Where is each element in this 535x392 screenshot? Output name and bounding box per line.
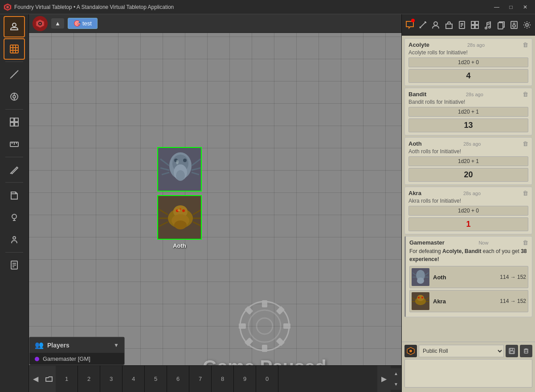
players-arrow-icon: ▼ <box>114 342 119 348</box>
chat-delete-icon[interactable]: 🗑 <box>523 41 528 48</box>
scene-list: 1 2 3 4 5 6 7 8 9 0 <box>56 366 377 392</box>
target-icon: 🎯 <box>74 20 81 27</box>
xp-value: 114 → 152 <box>500 274 526 280</box>
gm-xp-message: For defeating Acolyte, Bandit each of yo… <box>409 247 528 263</box>
chat-result: 20 <box>408 168 528 182</box>
chat-clear-button[interactable] <box>520 345 532 357</box>
tool-measure[interactable] <box>4 134 25 155</box>
rt-combat-button[interactable] <box>417 18 429 32</box>
svg-rect-4 <box>10 45 18 53</box>
rt-items-button[interactable] <box>443 18 455 32</box>
players-panel: 👥 Players ▼ Gamemaster [GM] <box>29 337 125 365</box>
chat-formula: 1d20 + 0 <box>408 206 528 216</box>
chat-timestamp: 28s ago <box>463 191 481 196</box>
scene-tab-8[interactable]: 8 <box>212 366 234 392</box>
chat-badge <box>411 19 415 22</box>
svg-rect-16 <box>10 118 14 122</box>
chat-entry-aoth: Aoth 28s ago 🗑 Aoth rolls for Initiative… <box>404 137 532 185</box>
tool-journal[interactable] <box>4 254 25 276</box>
chat-entry-gm: Gamemaster Now 🗑 For defeating Acolyte, … <box>404 236 532 317</box>
token-aoth[interactable] <box>157 147 202 192</box>
tool-target[interactable] <box>4 38 25 60</box>
svg-line-10 <box>13 74 15 75</box>
chat-timestamp: 28s ago <box>466 92 483 97</box>
svg-rect-18 <box>10 122 14 126</box>
chat-result: 13 <box>408 118 528 132</box>
scene-tab-1[interactable]: 1 <box>56 366 78 392</box>
tool-sounds[interactable] <box>4 229 25 250</box>
svg-rect-17 <box>15 118 18 122</box>
players-icon: 👥 <box>35 341 44 349</box>
tool-draw[interactable] <box>4 159 25 180</box>
gm-xp-row-akra: Akra 114 → 152 <box>409 290 528 312</box>
tool-lighting[interactable] <box>4 207 25 228</box>
chat-save-button[interactable] <box>506 345 518 357</box>
chat-text-input[interactable] <box>404 359 532 388</box>
chat-delete-icon[interactable]: 🗑 <box>523 190 528 196</box>
minimize-button[interactable]: — <box>490 3 503 12</box>
scene-tab-6[interactable]: 6 <box>167 366 189 392</box>
svg-rect-123 <box>524 350 528 353</box>
chat-delete-icon[interactable]: 🗑 <box>523 239 528 246</box>
player-name: Gamemaster [GM] <box>43 355 90 362</box>
rt-compendium-button[interactable] <box>508 18 520 32</box>
chat-entry-header: Gamemaster Now 🗑 <box>409 239 528 246</box>
chat-entry-header: Akra 28s ago 🗑 <box>408 190 528 196</box>
svg-rect-89 <box>471 21 474 24</box>
scene-folder-button[interactable] <box>42 366 56 392</box>
window-title: Foundry Virtual Tabletop • A Standalone … <box>14 4 490 10</box>
tool-control[interactable] <box>4 86 25 107</box>
scene-tab-7[interactable]: 7 <box>189 366 212 392</box>
maximize-button[interactable]: □ <box>505 3 517 12</box>
chat-delete-icon[interactable]: 🗑 <box>523 91 528 98</box>
xp-value: 114 → 152 <box>500 298 526 304</box>
rt-playlists-button[interactable] <box>482 18 494 32</box>
chat-sender-name: Akra <box>408 190 421 196</box>
close-button[interactable]: ✕ <box>519 3 531 12</box>
player-item: Gamemaster [GM] <box>29 353 124 365</box>
rt-journal-button[interactable] <box>456 18 468 32</box>
tool-notes[interactable] <box>4 184 25 206</box>
scene-tab-0[interactable]: 0 <box>256 366 278 392</box>
canvas-area[interactable]: ▲ 🎯 test <box>29 14 401 392</box>
rt-tables-button[interactable] <box>469 18 481 32</box>
scene-next-button[interactable]: ▶ <box>377 366 391 392</box>
players-header[interactable]: 👥 Players ▼ <box>29 337 124 353</box>
scene-button[interactable]: 🎯 test <box>68 18 98 29</box>
chat-delete-icon[interactable]: 🗑 <box>523 140 528 147</box>
xp-avatar-akra <box>412 292 429 310</box>
scene-tab-3[interactable]: 3 <box>100 366 123 392</box>
scene-scroll-up[interactable]: ▲ <box>391 368 401 379</box>
scene-tab-9[interactable]: 9 <box>234 366 256 392</box>
svg-point-100 <box>526 24 528 26</box>
collapse-button[interactable]: ▲ <box>51 18 64 29</box>
svg-point-107 <box>417 278 424 284</box>
tool-select[interactable] <box>4 16 25 37</box>
chat-description: Aoth rolls for Initiative! <box>408 148 528 155</box>
chat-timestamp: Now <box>478 240 488 245</box>
svg-point-63 <box>182 209 185 212</box>
svg-point-31 <box>13 237 16 239</box>
tool-tiles[interactable] <box>4 111 25 133</box>
chat-description: Acolyte rolls for Initiative! <box>408 49 528 56</box>
scene-tab-5[interactable]: 5 <box>145 366 167 392</box>
dice-icon[interactable] <box>404 345 417 357</box>
scene-tab-4[interactable]: 4 <box>123 366 145 392</box>
rt-settings-button[interactable] <box>521 18 533 32</box>
chat-description: Akra rolls for Initiative! <box>408 198 528 204</box>
svg-point-13 <box>13 95 16 98</box>
tool-ruler[interactable] <box>4 64 25 85</box>
token-akra[interactable] <box>157 195 202 240</box>
svg-point-118 <box>409 350 412 352</box>
rt-cards-button[interactable] <box>495 18 507 32</box>
scene-name: test <box>82 20 92 27</box>
rt-chat-button[interactable] <box>404 18 416 32</box>
scene-scroll-down[interactable]: ▼ <box>391 379 401 390</box>
svg-rect-120 <box>510 348 513 350</box>
chat-log[interactable]: Acolyte 28s ago 🗑 Acolyte rolls for Init… <box>402 36 535 342</box>
rt-actors-button[interactable] <box>430 18 442 32</box>
chat-result-critical: 1 <box>408 217 528 231</box>
roll-mode-select[interactable]: Public Roll Private GM Roll Blind GM Rol… <box>419 345 504 357</box>
scene-tab-2[interactable]: 2 <box>78 366 100 392</box>
scene-prev-button[interactable]: ◀ <box>29 366 42 392</box>
